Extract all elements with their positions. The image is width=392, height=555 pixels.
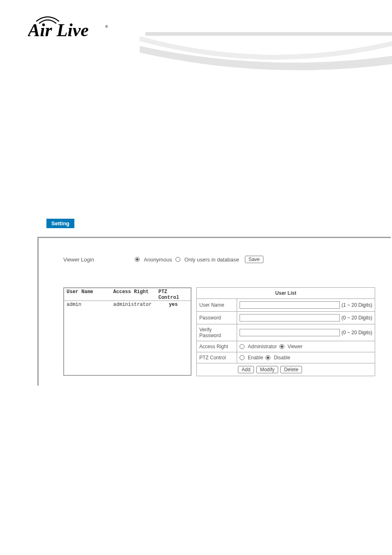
users-table: User Name Access Right PTZ Control admin…	[63, 287, 191, 376]
ptz-control-label: PTZ Control	[197, 352, 237, 363]
username-hint: (1 ~ 20 Digits)	[341, 302, 372, 308]
users-cell-ptz: yes	[156, 301, 191, 376]
access-right-admin-radio[interactable]	[240, 344, 244, 349]
verify-password-input[interactable]	[240, 329, 340, 336]
svg-text:Air Live: Air Live	[28, 20, 89, 40]
table-row[interactable]: admin administrator yes	[64, 301, 191, 376]
password-hint: (0 ~ 20 Digits)	[341, 315, 372, 321]
brand-logo: Air Live ®	[28, 16, 110, 40]
add-button[interactable]: Add	[238, 366, 254, 373]
user-list-form: User List User Name (1 ~ 20 Digits) Pass…	[196, 287, 375, 376]
user-list-title: User List	[197, 288, 375, 299]
password-input[interactable]	[240, 314, 340, 321]
page: Air Live ® Setting Viewer Login Anonymou…	[0, 0, 392, 555]
users-header-right: Access Right	[111, 288, 156, 301]
viewer-login-row: Viewer Login Anonymous Only users in dat…	[63, 254, 263, 264]
access-right-viewer-radio[interactable]	[279, 344, 284, 349]
setting-tab[interactable]: Setting	[46, 219, 74, 228]
username-label: User Name	[197, 299, 237, 312]
users-cell-right: administrator	[111, 301, 156, 376]
modify-button[interactable]: Modify	[256, 366, 278, 373]
users-header-name: User Name	[64, 288, 111, 301]
verify-hint: (0 ~ 20 Digits)	[341, 330, 372, 335]
username-input[interactable]	[240, 301, 340, 309]
viewer-login-onlydb-radio[interactable]	[175, 257, 180, 262]
save-button[interactable]: Save	[245, 256, 263, 263]
viewer-login-anonymous-radio[interactable]	[135, 257, 140, 262]
ptz-enable-radio[interactable]	[240, 355, 244, 360]
ptz-enable-label: Enable	[248, 355, 263, 361]
viewer-login-onlydb-label: Only users in database	[184, 257, 239, 263]
viewer-login-label: Viewer Login	[63, 257, 135, 263]
svg-text:®: ®	[105, 25, 108, 29]
access-right-label: Access Right	[197, 341, 237, 352]
settings-panel: Viewer Login Anonymous Only users in dat…	[37, 237, 391, 386]
users-cell-name: admin	[64, 301, 111, 376]
access-right-viewer-label: Viewer	[288, 344, 302, 349]
access-right-admin-label: Administrator	[248, 344, 277, 349]
delete-button[interactable]: Delete	[280, 366, 302, 373]
ptz-disable-label: Disable	[274, 355, 290, 361]
ptz-disable-radio[interactable]	[265, 355, 270, 360]
users-header-ptz: PTZ Control	[156, 288, 191, 301]
header-swoosh	[140, 34, 392, 71]
verify-label: Verify Password	[197, 324, 237, 341]
password-label: Password	[197, 312, 237, 324]
viewer-login-anonymous-label: Anonymous	[144, 257, 172, 263]
